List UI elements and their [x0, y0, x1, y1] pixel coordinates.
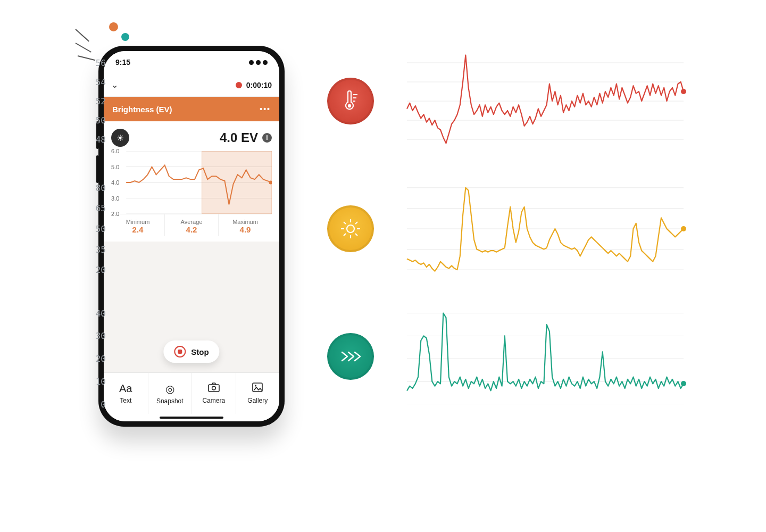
section-title: Brightness (EV)	[112, 105, 172, 114]
svg-line-26	[355, 234, 357, 236]
tab-snapshot[interactable]: ◎ Snapshot	[148, 373, 192, 414]
timer-value: 0:00:10	[246, 81, 272, 89]
sun-icon	[327, 205, 374, 252]
phone-screen: 9:15 ⌄ 0:00:10 Brightness (EV) ••• ☀ 4.0	[104, 51, 279, 421]
stop-button[interactable]: Stop	[163, 340, 219, 363]
svg-rect-7	[209, 385, 219, 392]
record-dot-icon	[236, 82, 242, 88]
svg-line-25	[344, 222, 346, 224]
phone-frame: 9:15 ⌄ 0:00:10 Brightness (EV) ••• ☀ 4.0	[98, 46, 285, 427]
accent-line	[76, 43, 91, 53]
stop-icon	[174, 346, 186, 358]
brightness-icon: ☀	[111, 129, 129, 147]
tab-gallery[interactable]: Gallery	[236, 373, 280, 414]
chart-row-temperature: 5654525048	[327, 53, 700, 149]
home-indicator	[104, 414, 279, 421]
chart-row-light: 8065503520	[327, 181, 700, 277]
chevron-down-icon[interactable]: ⌄	[111, 80, 118, 90]
stop-label: Stop	[191, 347, 209, 356]
line-chart-green: 403020100	[386, 309, 684, 404]
svg-point-8	[212, 386, 215, 390]
status-indicators	[247, 58, 268, 66]
snapshot-icon: ◎	[165, 383, 174, 395]
svg-point-11	[348, 104, 351, 107]
text-icon: Aa	[119, 383, 132, 395]
accent-dot-orange	[109, 22, 118, 31]
accent-dot-teal	[121, 33, 129, 41]
brightness-mini-chart: 6.05.04.03.02.0	[111, 151, 272, 214]
thermometer-icon	[327, 78, 374, 124]
stat-min: Minimum 2.4	[111, 214, 164, 236]
top-bar: ⌄ 0:00:10	[104, 73, 279, 97]
reading-card: ☀ 4.0 EV i 6.05.04.03.02.0 Minimum 2.4	[104, 121, 279, 242]
section-header[interactable]: Brightness (EV) •••	[104, 97, 279, 121]
tab-text[interactable]: Aa Text	[104, 373, 148, 414]
fast-forward-icon	[327, 333, 374, 380]
camera-icon	[208, 383, 220, 395]
svg-line-27	[355, 222, 357, 224]
svg-point-10	[255, 385, 256, 386]
chart-row-motion: 403020100	[327, 309, 700, 404]
stat-avg: Average 4.2	[164, 214, 218, 236]
reading-value: 4.0 EV	[220, 130, 258, 145]
stats-row: Minimum 2.4 Average 4.2 Maximum 4.9	[111, 214, 272, 236]
bottom-tab-bar: Aa Text ◎ Snapshot Camera	[104, 372, 279, 414]
status-bar: 9:15	[104, 51, 279, 73]
svg-rect-5	[202, 151, 272, 214]
status-time: 9:15	[115, 58, 130, 66]
more-icon[interactable]: •••	[260, 105, 271, 113]
svg-point-20	[347, 225, 354, 232]
gallery-icon	[252, 383, 263, 395]
stat-max: Maximum 4.9	[218, 214, 272, 236]
accent-line	[75, 29, 89, 41]
accent-line	[78, 55, 95, 61]
line-chart-yellow: 8065503520	[386, 181, 684, 277]
info-icon[interactable]: i	[262, 133, 272, 143]
tab-camera[interactable]: Camera	[192, 373, 236, 414]
svg-line-28	[344, 234, 346, 236]
recording-timer: 0:00:10	[236, 81, 272, 89]
line-chart-red: 5654525048	[386, 53, 684, 149]
